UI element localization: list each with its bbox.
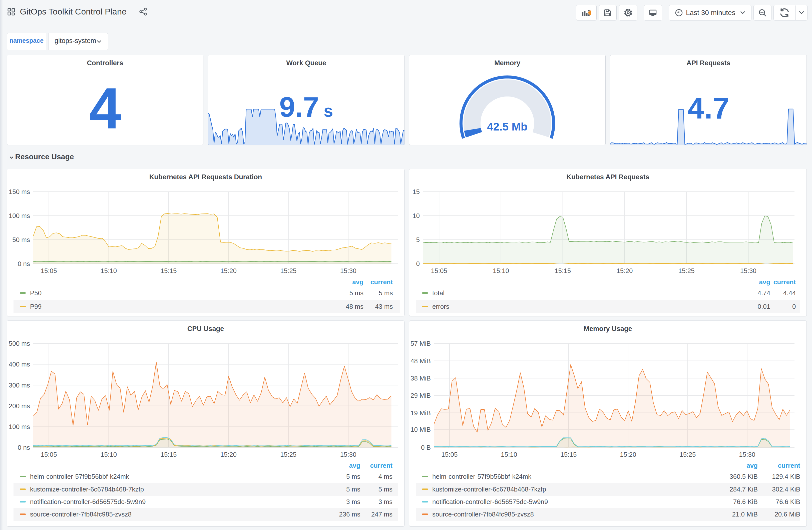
svg-text:0 ns: 0 ns — [18, 260, 30, 267]
svg-text:500 ms: 500 ms — [9, 340, 30, 347]
svg-text:0 ns: 0 ns — [18, 444, 30, 451]
svg-text:15:25: 15:25 — [678, 267, 695, 274]
svg-text:15:05: 15:05 — [431, 267, 447, 274]
svg-text:19 MiB: 19 MiB — [410, 409, 431, 417]
svg-text:15:30: 15:30 — [739, 451, 755, 458]
svg-text:50 ms: 50 ms — [12, 236, 30, 243]
svg-text:15:10: 15:10 — [101, 451, 117, 458]
svg-text:300 ms: 300 ms — [9, 382, 30, 389]
svg-text:29 MiB: 29 MiB — [410, 392, 431, 399]
svg-text:15:05: 15:05 — [441, 451, 458, 458]
svg-text:38 MiB: 38 MiB — [410, 374, 431, 382]
svg-text:15:10: 15:10 — [101, 267, 117, 274]
svg-text:15:30: 15:30 — [740, 267, 756, 274]
svg-text:150 ms: 150 ms — [9, 188, 30, 195]
svg-text:15:20: 15:20 — [617, 267, 633, 274]
svg-text:0: 0 — [416, 260, 420, 267]
svg-text:200 ms: 200 ms — [9, 402, 30, 410]
svg-text:10 MiB: 10 MiB — [410, 426, 431, 433]
svg-text:0 B: 0 B — [421, 444, 431, 451]
svg-text:15: 15 — [412, 188, 420, 195]
svg-text:100 ms: 100 ms — [9, 423, 30, 430]
svg-text:15:30: 15:30 — [340, 267, 357, 274]
svg-text:15:20: 15:20 — [220, 451, 237, 458]
svg-text:10: 10 — [412, 212, 420, 219]
svg-text:5: 5 — [416, 236, 420, 243]
svg-text:15:30: 15:30 — [340, 451, 357, 458]
svg-text:400 ms: 400 ms — [9, 360, 30, 368]
svg-text:15:25: 15:25 — [280, 267, 296, 274]
svg-text:15:05: 15:05 — [41, 451, 57, 458]
svg-text:15:15: 15:15 — [560, 451, 577, 458]
svg-text:15:15: 15:15 — [555, 267, 571, 274]
svg-text:15:20: 15:20 — [220, 267, 237, 274]
svg-text:15:25: 15:25 — [280, 451, 296, 458]
svg-text:15:15: 15:15 — [160, 267, 177, 274]
svg-text:15:10: 15:10 — [501, 451, 517, 458]
svg-text:15:25: 15:25 — [679, 451, 696, 458]
svg-text:15:05: 15:05 — [41, 267, 57, 274]
svg-text:15:20: 15:20 — [620, 451, 636, 458]
svg-text:57 MiB: 57 MiB — [410, 340, 431, 347]
svg-text:15:10: 15:10 — [493, 267, 509, 274]
svg-text:48 MiB: 48 MiB — [410, 357, 431, 365]
svg-text:15:15: 15:15 — [160, 451, 177, 458]
svg-text:100 ms: 100 ms — [9, 212, 30, 219]
